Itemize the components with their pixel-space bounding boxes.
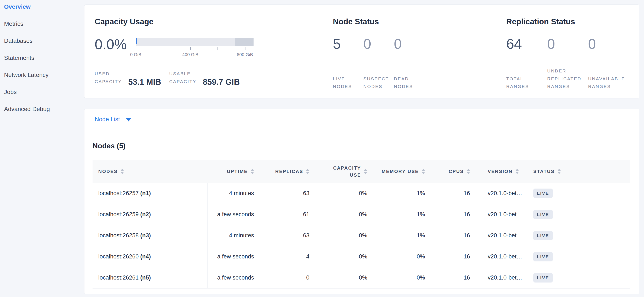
- dead-nodes-stat: 0 DEAD NODES: [394, 37, 424, 90]
- capacity-bar-usable-segment: [136, 38, 235, 46]
- cpus-cell: 16: [438, 267, 483, 288]
- sort-icon[interactable]: [422, 169, 425, 174]
- unavailable-ranges-label: UNAVAILABLE RANGES: [588, 75, 629, 91]
- column-header-version[interactable]: VERSION: [483, 160, 529, 183]
- used-capacity-label: USED CAPACITY: [95, 70, 122, 86]
- unavailable-ranges-value: 0: [588, 37, 629, 51]
- sidebar-item-jobs[interactable]: Jobs: [0, 83, 84, 101]
- live-nodes-label: LIVE NODES: [333, 75, 363, 91]
- dead-nodes-label: DEAD NODES: [394, 75, 424, 91]
- node-id: (n5): [140, 275, 151, 281]
- column-header-nodes[interactable]: NODES: [92, 160, 208, 183]
- cpus-cell: 16: [438, 183, 483, 204]
- sidebar-item-databases[interactable]: Databases: [0, 32, 84, 49]
- replication-status-title: Replication Status: [506, 17, 639, 26]
- usable-capacity-label: USABLE CAPACITY: [169, 70, 196, 86]
- node-address[interactable]: localhost:26261 (n5): [92, 267, 208, 288]
- node-id: (n3): [140, 232, 151, 239]
- total-ranges-stat: 64 TOTAL RANGES: [506, 37, 547, 90]
- node-address[interactable]: localhost:26260 (n4): [92, 246, 208, 267]
- column-header-cpus[interactable]: CPUS: [438, 160, 483, 183]
- replicas-cell: 61: [267, 204, 322, 225]
- column-header-memory-use[interactable]: MEMORY USE: [380, 160, 438, 183]
- sidebar-item-metrics[interactable]: Metrics: [0, 15, 84, 32]
- axis-label-400: 400 GiB: [182, 52, 198, 57]
- live-nodes-value: 5: [333, 37, 363, 51]
- version-cell: v20.1.0-bet…: [483, 183, 529, 204]
- usable-capacity-value: 859.7 GiB: [203, 77, 240, 87]
- memory-use-cell: 0%: [380, 267, 438, 288]
- total-ranges-value: 64: [506, 37, 547, 51]
- replicas-cell: 0: [267, 267, 322, 288]
- cpus-cell: 16: [438, 204, 483, 225]
- live-status-badge: LIVE: [533, 273, 553, 283]
- capacity-used-marker: [136, 38, 137, 44]
- node-status-title: Node Status: [333, 17, 506, 26]
- capacity-bar-other-segment: [235, 38, 254, 46]
- live-nodes-stat: 5 LIVE NODES: [333, 37, 363, 90]
- sidebar-item-statements[interactable]: Statements: [0, 49, 84, 66]
- table-row: localhost:26258 (n3) 4 minutes 63 0% 1% …: [92, 225, 630, 246]
- table-row: localhost:26260 (n4) a few seconds 4 0% …: [92, 246, 630, 267]
- sort-icon[interactable]: [364, 169, 367, 174]
- capacity-use-cell: 0%: [322, 246, 380, 267]
- sort-icon[interactable]: [250, 169, 254, 174]
- table-row: localhost:26257 (n1) 4 minutes 63 0% 1% …: [92, 183, 630, 204]
- replicas-cell: 4: [267, 246, 322, 267]
- nodes-section-title: Nodes (5): [92, 142, 630, 150]
- version-cell: v20.1.0-bet…: [483, 225, 529, 246]
- node-address[interactable]: localhost:26257 (n1): [92, 183, 208, 204]
- replication-status-panel: Replication Status 64 TOTAL RANGES 0 UND…: [506, 5, 639, 98]
- column-header-uptime[interactable]: UPTIME: [208, 160, 267, 183]
- table-row: localhost:26259 (n2) a few seconds 61 0%…: [92, 204, 630, 225]
- sort-icon[interactable]: [466, 169, 470, 174]
- uptime-cell: 4 minutes: [208, 183, 267, 204]
- sort-icon[interactable]: [558, 169, 561, 174]
- total-ranges-label: TOTAL RANGES: [506, 75, 547, 91]
- memory-use-cell: 1%: [380, 225, 438, 246]
- sidebar-item-advanced-debug[interactable]: Advanced Debug: [0, 101, 84, 118]
- column-header-status[interactable]: STATUS: [529, 160, 630, 183]
- node-status-panel: Node Status 5 LIVE NODES 0 SUSPECT NODES…: [333, 5, 506, 98]
- capacity-bar-chart: 0 GiB 400 GiB 800 GiB: [136, 37, 254, 58]
- suspect-nodes-label: SUSPECT NODES: [363, 75, 394, 91]
- cpus-cell: 16: [438, 246, 483, 267]
- live-status-badge: LIVE: [533, 210, 553, 219]
- column-header-replicas[interactable]: REPLICAS: [267, 160, 322, 183]
- node-id: (n4): [140, 253, 151, 260]
- cluster-summary-card: Capacity Usage 0.0%: [84, 4, 639, 98]
- uptime-cell: a few seconds: [208, 267, 267, 288]
- node-id: (n1): [140, 190, 151, 196]
- uptime-cell: a few seconds: [208, 246, 267, 267]
- nodes-table: NODES UPTIME REPLICAS CAPACITY USE MEMOR…: [92, 160, 630, 289]
- column-header-capacity-use[interactable]: CAPACITY USE: [322, 160, 380, 183]
- suspect-nodes-value: 0: [363, 37, 394, 51]
- suspect-nodes-stat: 0 SUSPECT NODES: [363, 37, 394, 90]
- node-list-card: Node List Nodes (5) NODES UPTIME REPLICA…: [84, 109, 639, 294]
- uptime-cell: 4 minutes: [208, 225, 267, 246]
- under-replicated-ranges-label: UNDER- REPLICATED RANGES: [547, 67, 588, 90]
- capacity-axis-ticks: [136, 47, 254, 50]
- uptime-cell: a few seconds: [208, 204, 267, 225]
- table-row: localhost:26261 (n5) a few seconds 0 0% …: [92, 267, 630, 288]
- sort-icon[interactable]: [120, 169, 124, 174]
- capacity-axis-labels: 0 GiB 400 GiB 800 GiB: [136, 52, 254, 58]
- capacity-percent: 0.0%: [95, 37, 127, 58]
- version-cell: v20.1.0-bet…: [483, 267, 529, 288]
- sidebar-item-overview[interactable]: Overview: [0, 0, 84, 15]
- node-address[interactable]: localhost:26259 (n2): [92, 204, 208, 225]
- used-capacity-value: 53.1 MiB: [128, 77, 161, 87]
- axis-label-0: 0 GiB: [130, 52, 142, 57]
- sort-icon[interactable]: [516, 169, 519, 174]
- capacity-use-cell: 0%: [322, 204, 380, 225]
- axis-label-800: 800 GiB: [237, 52, 253, 57]
- sort-icon[interactable]: [306, 169, 310, 174]
- unavailable-ranges-stat: 0 UNAVAILABLE RANGES: [588, 37, 629, 90]
- version-cell: v20.1.0-bet…: [483, 204, 529, 225]
- under-replicated-ranges-stat: 0 UNDER- REPLICATED RANGES: [547, 37, 588, 90]
- live-status-badge: LIVE: [533, 252, 553, 262]
- node-address[interactable]: localhost:26258 (n3): [92, 225, 208, 246]
- node-list-dropdown[interactable]: Node List: [95, 116, 131, 123]
- sidebar: Overview Metrics Databases Statements Ne…: [0, 0, 84, 118]
- sidebar-item-network-latency[interactable]: Network Latency: [0, 66, 84, 83]
